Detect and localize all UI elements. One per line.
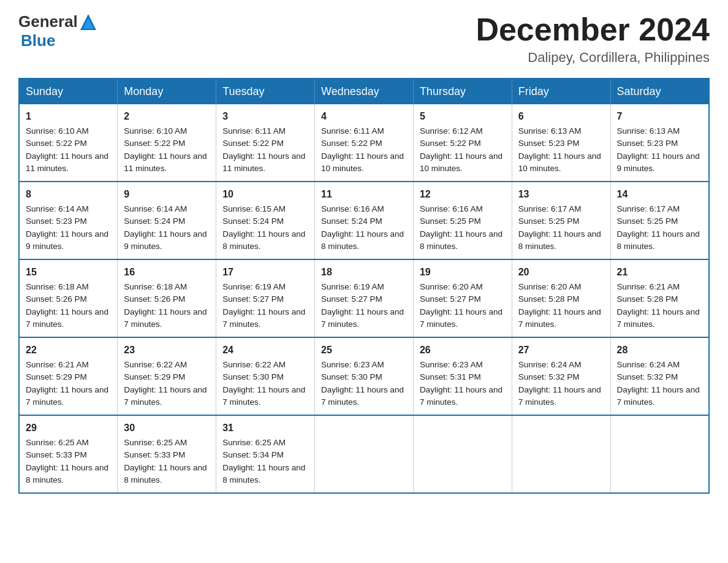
weekday-header-tuesday: Tuesday xyxy=(216,79,315,104)
sunset-text: Sunset: 5:25 PM xyxy=(518,216,580,226)
calendar-cell: 24Sunrise: 6:22 AMSunset: 5:30 PMDayligh… xyxy=(216,337,315,415)
week-row-1: 1Sunrise: 6:10 AMSunset: 5:22 PMDaylight… xyxy=(19,104,709,182)
month-title: December 2024 xyxy=(476,12,710,47)
daylight-text: Daylight: 11 hours and 7 minutes. xyxy=(26,385,108,407)
sunset-text: Sunset: 5:23 PM xyxy=(518,139,580,148)
sunrise-text: Sunrise: 6:19 AM xyxy=(222,282,286,291)
day-number: 28 xyxy=(617,343,702,358)
sunset-text: Sunset: 5:24 PM xyxy=(222,216,284,226)
daylight-text: Daylight: 11 hours and 7 minutes. xyxy=(321,385,404,407)
sunset-text: Sunset: 5:27 PM xyxy=(420,294,481,304)
calendar-cell xyxy=(610,415,709,493)
day-number: 30 xyxy=(124,421,210,435)
calendar-cell: 12Sunrise: 6:16 AMSunset: 5:25 PMDayligh… xyxy=(413,182,512,259)
calendar-cell: 31Sunrise: 6:25 AMSunset: 5:34 PMDayligh… xyxy=(216,415,315,493)
calendar-cell: 16Sunrise: 6:18 AMSunset: 5:26 PMDayligh… xyxy=(118,259,216,337)
calendar-cell: 1Sunrise: 6:10 AMSunset: 5:22 PMDaylight… xyxy=(19,104,118,182)
calendar-cell: 17Sunrise: 6:19 AMSunset: 5:27 PMDayligh… xyxy=(216,259,315,337)
sunrise-text: Sunrise: 6:11 AM xyxy=(222,126,286,136)
calendar-cell: 23Sunrise: 6:22 AMSunset: 5:29 PMDayligh… xyxy=(118,337,216,415)
daylight-text: Daylight: 11 hours and 7 minutes. xyxy=(617,385,700,407)
logo-icon xyxy=(79,13,97,31)
daylight-text: Daylight: 11 hours and 7 minutes. xyxy=(617,307,700,329)
sunset-text: Sunset: 5:26 PM xyxy=(124,294,185,304)
sunrise-text: Sunrise: 6:12 AM xyxy=(420,126,483,136)
daylight-text: Daylight: 11 hours and 7 minutes. xyxy=(518,385,601,407)
daylight-text: Daylight: 11 hours and 8 minutes. xyxy=(222,229,305,251)
sunset-text: Sunset: 5:23 PM xyxy=(26,216,87,226)
daylight-text: Daylight: 11 hours and 11 minutes. xyxy=(26,151,108,173)
sunrise-text: Sunrise: 6:13 AM xyxy=(617,126,680,136)
sunset-text: Sunset: 5:32 PM xyxy=(617,372,678,381)
sunrise-text: Sunrise: 6:18 AM xyxy=(124,282,187,291)
sunrise-text: Sunrise: 6:20 AM xyxy=(518,282,582,291)
day-number: 20 xyxy=(518,265,604,280)
sunset-text: Sunset: 5:33 PM xyxy=(26,450,87,459)
day-number: 9 xyxy=(124,187,210,202)
sunset-text: Sunset: 5:23 PM xyxy=(617,139,678,148)
day-number: 16 xyxy=(124,265,210,280)
sunset-text: Sunset: 5:24 PM xyxy=(321,216,382,226)
day-number: 27 xyxy=(518,343,604,358)
sunrise-text: Sunrise: 6:25 AM xyxy=(222,438,286,447)
weekday-header-sunday: Sunday xyxy=(19,79,118,104)
sunset-text: Sunset: 5:22 PM xyxy=(420,139,481,148)
daylight-text: Daylight: 11 hours and 7 minutes. xyxy=(222,307,305,329)
sunrise-text: Sunrise: 6:10 AM xyxy=(124,126,187,136)
weekday-header-thursday: Thursday xyxy=(413,79,512,104)
calendar-cell: 2Sunrise: 6:10 AMSunset: 5:22 PMDaylight… xyxy=(118,104,216,182)
calendar-cell: 21Sunrise: 6:21 AMSunset: 5:28 PMDayligh… xyxy=(610,259,709,337)
calendar-cell: 27Sunrise: 6:24 AMSunset: 5:32 PMDayligh… xyxy=(512,337,610,415)
day-number: 21 xyxy=(617,265,702,280)
sunset-text: Sunset: 5:29 PM xyxy=(124,372,185,381)
sunrise-text: Sunrise: 6:22 AM xyxy=(222,360,286,369)
logo-blue: Blue xyxy=(21,31,55,50)
daylight-text: Daylight: 11 hours and 11 minutes. xyxy=(222,151,305,173)
day-number: 10 xyxy=(222,187,308,202)
weekday-header-monday: Monday xyxy=(118,79,216,104)
sunrise-text: Sunrise: 6:16 AM xyxy=(321,204,384,213)
daylight-text: Daylight: 11 hours and 8 minutes. xyxy=(321,229,404,251)
calendar-cell: 20Sunrise: 6:20 AMSunset: 5:28 PMDayligh… xyxy=(512,259,610,337)
daylight-text: Daylight: 11 hours and 9 minutes. xyxy=(26,229,108,251)
daylight-text: Daylight: 11 hours and 10 minutes. xyxy=(321,151,404,173)
calendar-cell: 7Sunrise: 6:13 AMSunset: 5:23 PMDaylight… xyxy=(610,104,709,182)
day-number: 23 xyxy=(124,343,210,358)
sunrise-text: Sunrise: 6:17 AM xyxy=(518,204,582,213)
weekday-header-saturday: Saturday xyxy=(610,79,709,104)
calendar-cell xyxy=(512,415,610,493)
day-number: 4 xyxy=(321,109,407,124)
daylight-text: Daylight: 11 hours and 7 minutes. xyxy=(222,385,305,407)
sunset-text: Sunset: 5:27 PM xyxy=(321,294,382,304)
day-number: 14 xyxy=(617,187,702,202)
calendar-cell: 18Sunrise: 6:19 AMSunset: 5:27 PMDayligh… xyxy=(315,259,414,337)
day-number: 12 xyxy=(420,187,506,202)
daylight-text: Daylight: 11 hours and 10 minutes. xyxy=(420,151,502,173)
sunset-text: Sunset: 5:33 PM xyxy=(124,450,185,459)
sunset-text: Sunset: 5:28 PM xyxy=(518,294,580,304)
sunset-text: Sunset: 5:22 PM xyxy=(222,139,284,148)
sunset-text: Sunset: 5:30 PM xyxy=(222,372,284,381)
daylight-text: Daylight: 11 hours and 7 minutes. xyxy=(124,385,207,407)
day-number: 5 xyxy=(420,109,506,124)
day-number: 7 xyxy=(617,109,702,124)
day-number: 22 xyxy=(26,343,111,358)
daylight-text: Daylight: 11 hours and 9 minutes. xyxy=(124,229,207,251)
daylight-text: Daylight: 11 hours and 11 minutes. xyxy=(124,151,207,173)
day-number: 24 xyxy=(222,343,308,358)
daylight-text: Daylight: 11 hours and 8 minutes. xyxy=(124,463,207,484)
day-number: 18 xyxy=(321,265,407,280)
sunset-text: Sunset: 5:28 PM xyxy=(617,294,678,304)
daylight-text: Daylight: 11 hours and 9 minutes. xyxy=(617,151,700,173)
calendar-cell: 9Sunrise: 6:14 AMSunset: 5:24 PMDaylight… xyxy=(118,182,216,259)
sunset-text: Sunset: 5:32 PM xyxy=(518,372,580,381)
weekday-header-wednesday: Wednesday xyxy=(315,79,414,104)
logo-general: General xyxy=(18,12,78,31)
sunrise-text: Sunrise: 6:14 AM xyxy=(26,204,89,213)
day-number: 26 xyxy=(420,343,506,358)
day-number: 1 xyxy=(26,109,111,124)
calendar-cell: 3Sunrise: 6:11 AMSunset: 5:22 PMDaylight… xyxy=(216,104,315,182)
sunrise-text: Sunrise: 6:11 AM xyxy=(321,126,384,136)
calendar-cell: 10Sunrise: 6:15 AMSunset: 5:24 PMDayligh… xyxy=(216,182,315,259)
week-row-2: 8Sunrise: 6:14 AMSunset: 5:23 PMDaylight… xyxy=(19,182,709,259)
